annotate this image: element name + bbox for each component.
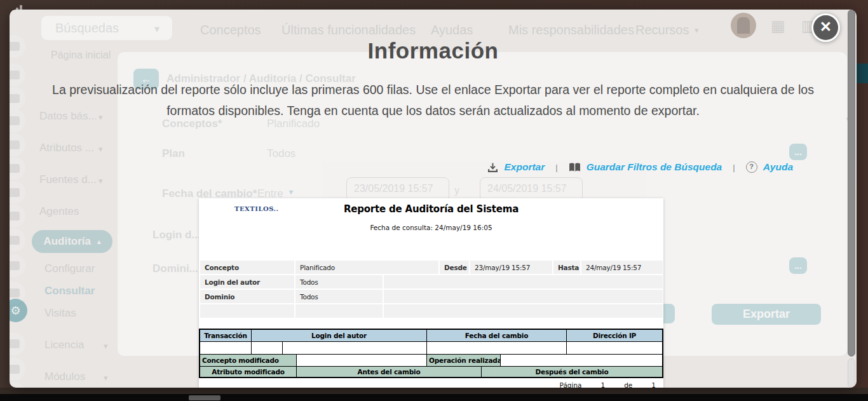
col-transaccion: Transacción bbox=[200, 330, 252, 341]
export-link-label: Exportar bbox=[504, 161, 545, 173]
empty-cell bbox=[252, 342, 283, 354]
help-link-label: Ayuda bbox=[763, 161, 793, 173]
filter-concepto-label: Concepto bbox=[200, 260, 295, 275]
empty-cell bbox=[383, 289, 663, 304]
empty-cell bbox=[427, 342, 567, 354]
filter-concepto-value: Planificado bbox=[295, 260, 439, 275]
filter-dominio-value: Todos bbox=[295, 289, 383, 304]
filter-dominio-label: Dominio bbox=[200, 289, 295, 304]
background-button-edge bbox=[857, 64, 868, 83]
save-filters-link-label: Guardar Filtros de Búsqueda bbox=[587, 161, 722, 173]
results-empty-row bbox=[200, 341, 662, 354]
export-link[interactable]: Exportar bbox=[487, 161, 545, 173]
table-row bbox=[200, 304, 663, 318]
pagination-de: de bbox=[624, 381, 632, 388]
modal-close-button[interactable]: ✕ bbox=[811, 13, 840, 42]
filter-hasta-label: Hasta bbox=[553, 260, 581, 275]
modal-links-row: Exportar | Guardar Filtros de Búsqueda |… bbox=[487, 158, 793, 177]
atributo-modificado-header: Atributo modificado bbox=[200, 367, 297, 377]
report-query-date: Fecha de consulta: 24/may/19 16:05 bbox=[199, 224, 663, 231]
results-mixed-row: Concepto modificado Operación realizada bbox=[200, 354, 662, 366]
empty-cell bbox=[295, 304, 383, 318]
empty-cell bbox=[383, 275, 663, 289]
taskbar-item bbox=[189, 395, 220, 400]
save-filters-link[interactable]: Guardar Filtros de Búsqueda bbox=[569, 161, 722, 173]
filter-desde-label: Desde bbox=[439, 260, 470, 275]
empty-cell bbox=[567, 342, 662, 354]
separator: | bbox=[553, 163, 560, 172]
table-row: Concepto Planificado Desde 23/may/19 15:… bbox=[200, 260, 663, 275]
report-filters-table: Concepto Planificado Desde 23/may/19 15:… bbox=[199, 259, 663, 319]
col-direccion-ip: Dirección IP bbox=[567, 330, 662, 341]
filter-login-value: Todos bbox=[295, 275, 383, 289]
results-header-row: Transacción Login del autor Fecha del ca… bbox=[200, 330, 662, 341]
empty-cell bbox=[283, 342, 427, 354]
report-title: Reporte de Auditoría del Sistema bbox=[199, 203, 663, 215]
concepto-modificado-header: Concepto modificado bbox=[200, 355, 297, 366]
close-icon: ✕ bbox=[820, 20, 832, 34]
empty-cell bbox=[297, 355, 427, 366]
empty-cell bbox=[200, 342, 252, 354]
filter-login-label: Login del autor bbox=[200, 275, 295, 289]
table-row: Dominio Todos bbox=[200, 289, 663, 304]
pagination-total: 1 bbox=[651, 381, 656, 388]
operacion-realizada-header: Operación realizada bbox=[427, 355, 501, 366]
pagination-current: 1 bbox=[601, 381, 606, 388]
modal-scrollbar-thumb[interactable] bbox=[848, 10, 855, 357]
info-modal: ← Auditoría ▴ ... ... Consultar Exportar… bbox=[10, 10, 857, 388]
modal-title: Información bbox=[10, 38, 857, 64]
col-login-autor: Login del autor bbox=[252, 330, 427, 341]
despues-del-cambio-header: Después del cambio bbox=[482, 367, 662, 377]
table-row: Login del autor Todos bbox=[200, 275, 663, 289]
antes-del-cambio-header: Antes del cambio bbox=[297, 367, 482, 377]
download-icon bbox=[487, 162, 498, 173]
book-icon bbox=[569, 162, 581, 172]
help-question-icon: ? bbox=[746, 161, 757, 173]
taskbar bbox=[0, 394, 868, 401]
pagination-label: Página bbox=[560, 381, 582, 388]
modal-scrollbar-track[interactable] bbox=[848, 358, 855, 388]
filter-hasta-value: 24/may/19 15:57 bbox=[581, 260, 663, 275]
separator: | bbox=[730, 163, 737, 172]
col-fecha-cambio: Fecha del cambio bbox=[427, 330, 567, 341]
report-results-table: Transacción Login del autor Fecha del ca… bbox=[199, 329, 663, 378]
empty-cell bbox=[501, 355, 662, 366]
results-green-header-row: Atributo modificado Antes del cambio Des… bbox=[200, 366, 662, 377]
report-pagination: Página 1 de 1 bbox=[560, 381, 656, 388]
empty-cell bbox=[200, 304, 295, 318]
modal-message: La previsualización del reporte sólo inc… bbox=[33, 79, 834, 121]
filter-desde-value: 23/may/19 15:57 bbox=[470, 260, 553, 275]
empty-cell bbox=[383, 304, 663, 318]
help-link[interactable]: ? Ayuda bbox=[746, 161, 793, 173]
report-preview: TEXTILOS.. Reporte de Auditoría del Sist… bbox=[199, 198, 663, 388]
